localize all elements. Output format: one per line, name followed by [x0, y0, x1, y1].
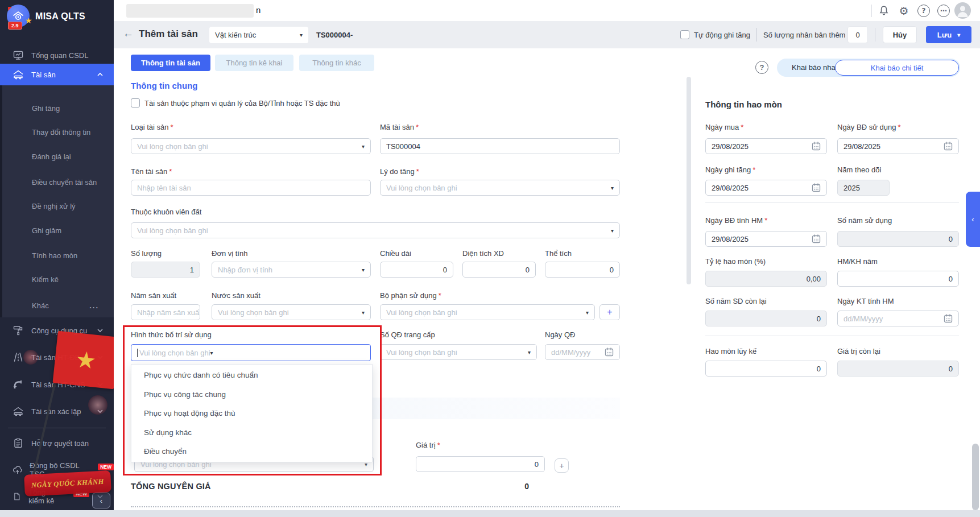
using-dept-select[interactable]: Vui lòng chọn bản ghi ▾	[380, 304, 595, 320]
chevron-down-icon: ▾	[362, 267, 365, 273]
help-icon[interactable]: ?	[917, 4, 931, 18]
form-scrollbar-thumb[interactable]	[687, 77, 691, 284]
calendar-icon[interactable]	[812, 234, 821, 243]
main-content: Thông tin tài sản Thông tin kê khai Thôn…	[114, 48, 980, 510]
sidebar-collapse-button[interactable]: ‹	[92, 493, 110, 508]
submenu-item-tinh-hao-mon[interactable]: Tính hao mòn	[0, 249, 114, 262]
dotted-divider	[131, 506, 620, 507]
add-value-row-button[interactable]: +	[555, 458, 569, 473]
clone-count-label: Số lượng nhân bản thêm	[763, 31, 845, 39]
decision-date-input[interactable]: dd/MM/yyyy	[545, 344, 620, 360]
dropdown-option[interactable]: Sử dụng khác	[131, 423, 372, 442]
special-scope-checkbox[interactable]	[131, 98, 140, 107]
mfg-year-input[interactable]: Nhập năm sản xuấ	[131, 304, 200, 320]
calendar-icon[interactable]	[944, 142, 953, 151]
years-left-label: Số năm SD còn lại	[705, 297, 767, 305]
asset-code-prefix: TS000004-	[316, 31, 353, 39]
user-avatar[interactable]	[954, 2, 971, 19]
sidebar-item-xac-lap[interactable]: Tài sản xác lập	[0, 403, 114, 420]
sidebar-item-overview[interactable]: Tổng quan CSDL	[0, 47, 114, 64]
asset-code-label: Mã tài sản*	[380, 123, 419, 131]
horizontal-scrollbar[interactable]	[0, 510, 980, 517]
volume-input[interactable]: 0	[545, 262, 620, 278]
mfg-country-select[interactable]: Vui lòng chọn bản ghi ▾	[212, 304, 371, 320]
dep-start-date-input[interactable]: 29/08/2025	[705, 231, 827, 247]
panel-divider	[705, 202, 959, 203]
start-use-date-label: Ngày BĐ sử dụng*	[837, 123, 900, 131]
calendar-icon[interactable]	[605, 348, 614, 357]
add-dept-button[interactable]: +	[599, 304, 620, 320]
document-icon	[13, 491, 21, 502]
submenu-item-ghi-tang[interactable]: Ghi tăng	[0, 102, 114, 114]
calendar-icon[interactable]	[944, 314, 953, 323]
sidebar-item-support[interactable]: Hỗ trợ quyết toán	[0, 435, 114, 452]
asset-code-input[interactable]: TS000004	[380, 138, 620, 154]
panel-collapse-tab[interactable]: ‹	[966, 192, 980, 247]
residual-label: Giá trị còn lại	[837, 347, 880, 355]
dropdown-option[interactable]: Phục vụ chức danh có tiêu chuẩn	[131, 366, 372, 385]
back-arrow-icon[interactable]: ←	[123, 27, 134, 40]
dep-per-year-input[interactable]: 0	[837, 271, 959, 287]
chevron-down-icon: ▾	[611, 185, 614, 191]
dropdown-option[interactable]: Điều chuyển	[131, 442, 372, 461]
chevron-down-icon: ▾	[300, 32, 303, 38]
submenu-item-khac[interactable]: Khác ...	[0, 299, 114, 312]
start-use-date-input[interactable]: 29/08/2025	[837, 138, 959, 154]
dropdown-option[interactable]: Phục vụ hoạt động đặc thù	[131, 404, 372, 423]
dropdown-option[interactable]: Phục vụ công tác chung	[131, 385, 372, 404]
acc-dep-input[interactable]: 0	[705, 361, 827, 377]
sidebar-item-sync[interactable]: Đồng bộ CSDL TSC NEW	[0, 461, 114, 478]
decision-no-select[interactable]: Vui lòng chọn bản ghi ▾	[380, 344, 537, 360]
tab-other-info[interactable]: Thông tin khác	[299, 55, 374, 71]
sidebar: ★ 2.9 MISA QLTS Tổng quan CSDL Tài sản	[0, 0, 114, 510]
page-scrollbar-thumb[interactable]	[972, 444, 979, 510]
increase-reason-select[interactable]: Vui lòng chọn bản ghi ▾	[380, 180, 620, 196]
submenu-item-kiem-ke[interactable]: Kiểm kê	[0, 273, 114, 286]
help-icon[interactable]: ?	[755, 61, 768, 74]
buy-date-input[interactable]: 29/08/2025	[705, 138, 827, 154]
tab-asset-info[interactable]: Thông tin tài sản	[131, 55, 210, 71]
save-button[interactable]: Lưu ▾	[926, 26, 971, 43]
submenu-item-de-nghi-xu-ly[interactable]: Đề nghị xử lý	[0, 200, 114, 212]
asset-category-select[interactable]: Vật kiến trúc ▾	[209, 27, 308, 43]
sidebar-item-ht-cns[interactable]: Tài sản HT-CNS	[0, 376, 114, 393]
calendar-icon[interactable]	[812, 183, 821, 192]
length-input[interactable]: 0	[380, 262, 453, 278]
asset-name-input[interactable]: Nhập tên tài sản	[131, 180, 371, 196]
page-toolbar: ← Thêm tài sản Vật kiến trúc ▾ TS000004-…	[114, 21, 980, 48]
more-options-icon[interactable]: ⋯	[937, 4, 950, 18]
build-area-input[interactable]: 0	[462, 262, 536, 278]
tab-declaration-info[interactable]: Thông tin kê khai	[215, 55, 293, 71]
land-parcel-select[interactable]: Vui lòng chọn bản ghi ▾	[131, 222, 620, 238]
unit-select[interactable]: Nhập đơn vị tính ▾	[212, 262, 371, 278]
auto-increase-checkbox[interactable]	[680, 30, 689, 39]
record-date-input[interactable]: 29/08/2025	[705, 180, 827, 196]
submenu-item-thay-doi-thong-tin[interactable]: Thay đổi thông tin	[0, 126, 114, 138]
detail-declare-option[interactable]: Khai báo chi tiết	[835, 60, 959, 76]
text-cursor	[137, 349, 138, 357]
flag-icon	[8, 7, 12, 11]
submenu-item-ghi-giam[interactable]: Ghi giảm	[0, 224, 114, 237]
home-icon	[12, 10, 24, 22]
sidebar-item-assets[interactable]: Tài sản	[0, 64, 114, 85]
chevron-down-icon: ▾	[611, 228, 614, 234]
buy-date-label: Ngày mua*	[705, 123, 743, 131]
notification-bell-icon[interactable]	[877, 4, 891, 18]
declaration-mode-toggle[interactable]: Khai báo nhanh Khai báo chi tiết	[777, 59, 960, 77]
app-window: ★ 2.9 MISA QLTS Tổng quan CSDL Tài sản	[0, 0, 980, 517]
submenu-item-dieu-chuyen-tai-san[interactable]: Điều chuyển tài sản	[0, 176, 114, 188]
dep-end-date-input[interactable]: dd/MM/yyyy	[837, 311, 959, 326]
clone-count-input[interactable]: 0	[847, 26, 868, 43]
calendar-icon[interactable]	[812, 142, 821, 151]
sidebar-item-ht-db[interactable]: Tài sản HT-ĐB	[0, 349, 114, 366]
length-label: Chiều dài	[380, 249, 411, 258]
cancel-button[interactable]: Hủy	[883, 26, 917, 43]
settings-gear-icon[interactable]: ⚙	[897, 4, 911, 18]
value-input[interactable]: 0	[416, 456, 545, 472]
sidebar-item-tools[interactable]: Công cụ dụng cụ	[0, 322, 114, 339]
asset-type-select[interactable]: Vui lòng chọn bản ghi ▾	[131, 138, 371, 154]
usage-form-combobox[interactable]: Vui lòng chọn bản ghi ▾	[131, 344, 371, 361]
residual-input: 0	[837, 361, 959, 377]
submenu-item-danh-gia-lai[interactable]: Đánh giá lại	[0, 150, 114, 163]
asset-house-icon	[13, 69, 24, 80]
